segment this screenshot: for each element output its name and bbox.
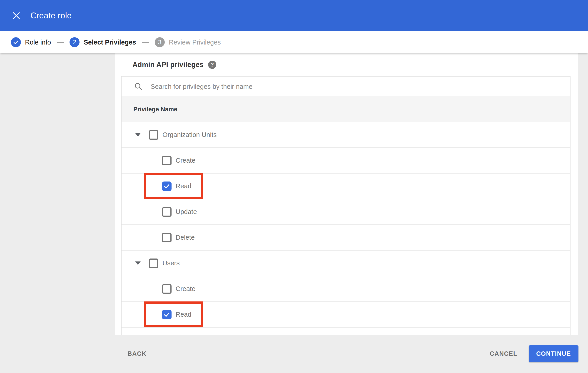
privilege-label: Create	[176, 285, 195, 293]
step-select-privileges[interactable]: 2 Select Privileges	[70, 37, 136, 47]
footer-bar: BACK CANCEL CONTINUE	[0, 335, 588, 373]
close-icon[interactable]	[10, 9, 23, 22]
stepper: Role info 2 Select Privileges 3 Review P…	[0, 31, 588, 53]
table-row: Read	[122, 174, 570, 199]
content-card: Admin API privileges ? Privilege Name Or…	[115, 53, 578, 335]
search-input[interactable]	[151, 80, 570, 93]
step-complete-check-icon	[11, 37, 21, 47]
step-connector	[57, 42, 64, 43]
step-role-info[interactable]: Role info	[11, 37, 51, 47]
expand-arrow-icon[interactable]	[135, 261, 141, 265]
page-background: Admin API privileges ? Privilege Name Or…	[0, 53, 588, 335]
back-button[interactable]: BACK	[127, 350, 147, 357]
privilege-label: Organization Units	[162, 131, 217, 139]
step-number-badge: 3	[155, 37, 165, 47]
table-row: Create	[122, 276, 570, 302]
highlight-box	[144, 173, 203, 199]
privilege-label: Read	[176, 182, 191, 190]
table-header: Privilege Name	[122, 96, 570, 122]
section-head: Admin API privileges ?	[115, 53, 578, 76]
privilege-label: Users	[162, 259, 180, 267]
step-label: Review Privileges	[169, 39, 221, 46]
privilege-checkbox[interactable]	[149, 130, 158, 140]
privilege-checkbox[interactable]	[162, 207, 171, 217]
privilege-checkbox[interactable]	[162, 310, 171, 319]
privilege-checkbox[interactable]	[162, 182, 171, 191]
table-row-partial	[122, 328, 570, 335]
privilege-label: Delete	[176, 234, 195, 241]
step-number-badge: 2	[70, 37, 80, 47]
table-row: Users	[122, 250, 570, 276]
search-icon	[134, 82, 143, 91]
expand-arrow-icon[interactable]	[135, 133, 141, 136]
privilege-label: Update	[176, 208, 197, 216]
privilege-checkbox[interactable]	[162, 284, 171, 294]
dialog-title: Create role	[31, 11, 72, 21]
privilege-checkbox[interactable]	[149, 259, 158, 268]
table-row: Create	[122, 148, 570, 174]
search-row	[122, 77, 570, 96]
help-icon[interactable]: ?	[208, 61, 216, 69]
step-label: Role info	[25, 39, 51, 46]
highlight-box	[144, 301, 203, 327]
table-rows: Organization Units Create Read Update	[122, 122, 570, 328]
table-row: Delete	[122, 225, 570, 250]
privilege-label: Read	[176, 311, 191, 318]
privilege-checkbox[interactable]	[162, 156, 171, 165]
table-row: Organization Units	[122, 122, 570, 148]
continue-button[interactable]: CONTINUE	[529, 345, 578, 362]
appbar: Create role	[0, 0, 588, 31]
step-review-privileges[interactable]: 3 Review Privileges	[155, 37, 221, 47]
privilege-checkbox[interactable]	[162, 233, 171, 242]
step-label: Select Privileges	[84, 39, 136, 46]
table-row: Read	[122, 302, 570, 328]
table-row: Update	[122, 199, 570, 225]
privilege-label: Create	[176, 157, 195, 164]
step-connector	[142, 42, 149, 43]
privileges-table: Privilege Name Organization Units Create…	[121, 76, 570, 335]
cancel-button[interactable]: CANCEL	[490, 350, 518, 357]
section-title: Admin API privileges	[132, 61, 204, 69]
